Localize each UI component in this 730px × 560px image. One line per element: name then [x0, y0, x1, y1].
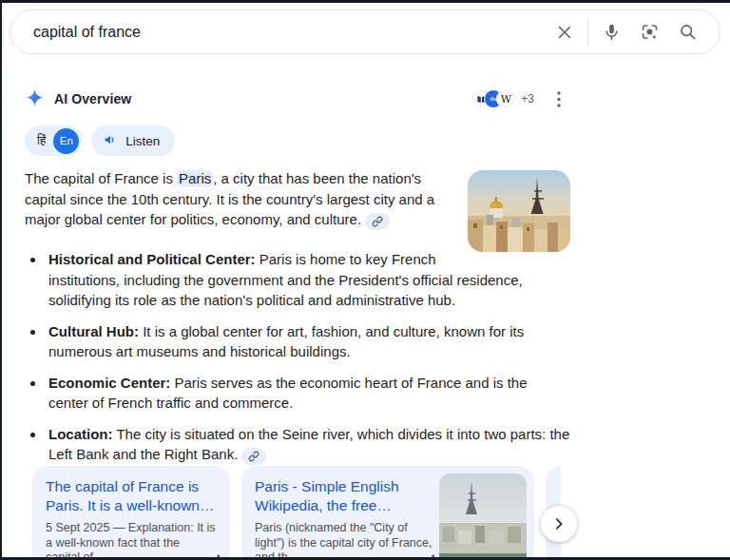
card-snippet: 5 Sept 2025 — Explanation: It is a well-…: [46, 521, 217, 560]
search-input[interactable]: [33, 24, 546, 41]
speaker-icon: [103, 132, 118, 150]
search-divider: [587, 20, 588, 45]
overview-body: The capital of France is Paris, a city t…: [25, 168, 570, 465]
ai-overview-title: AI Overview: [54, 91, 131, 106]
source-cards-carousel: The capital of France is Paris. It is a …: [32, 466, 561, 560]
lens-camera-icon[interactable]: [630, 13, 668, 51]
carousel-next-button[interactable]: [541, 506, 577, 542]
paris-skyline-image[interactable]: [468, 170, 570, 252]
source-favicons[interactable]: ilo W +3: [471, 89, 534, 108]
wikipedia-source-favicon: W: [496, 89, 515, 108]
source-card-2[interactable]: Paris - Simple English Wikipedia, the fr…: [241, 466, 534, 560]
card-title[interactable]: Paris - Simple English Wikipedia, the fr…: [255, 477, 433, 515]
listen-button[interactable]: Listen: [91, 126, 175, 156]
language-toggle[interactable]: हिं En: [25, 126, 82, 156]
card-thumbnail-paris: [439, 473, 527, 560]
ai-overview-panel: AI Overview ilo W +3 हिं En: [25, 82, 570, 475]
window-frame-left: [0, 0, 2, 560]
search-bar[interactable]: [10, 10, 720, 54]
bullet-historical-political: Historical and Political Center: Paris i…: [46, 249, 570, 311]
citation-link-icon[interactable]: [365, 213, 390, 230]
citation-link-icon[interactable]: [241, 448, 266, 465]
bullet-economic-center: Economic Center: Paris serves as the eco…: [46, 373, 570, 414]
more-sources-count: +3: [521, 92, 534, 106]
language-option-hindi[interactable]: हिं: [37, 133, 46, 148]
card-snippet: Paris (nicknamed the "City of light") is…: [255, 521, 433, 560]
overview-menu-kebab-icon[interactable]: [548, 87, 570, 110]
microphone-icon[interactable]: [592, 13, 630, 51]
overview-bullet-list: Historical and Political Center: Paris i…: [46, 249, 570, 465]
paris-highlight[interactable]: Paris: [177, 170, 213, 186]
listen-label: Listen: [125, 134, 160, 148]
clear-search-icon[interactable]: [546, 13, 584, 51]
bullet-location: Location: The city is situated on the Se…: [46, 424, 570, 466]
bullet-cultural-hub: Cultural Hub: It is a global center for …: [46, 321, 570, 362]
search-submit-icon[interactable]: [668, 13, 706, 51]
source-card-1[interactable]: The capital of France is Paris. It is a …: [32, 466, 230, 560]
window-frame-top: [0, 0, 730, 3]
language-option-english[interactable]: En: [53, 128, 79, 154]
ai-sparkle-icon: [25, 87, 45, 111]
card-title[interactable]: The capital of France is Paris. It is a …: [46, 477, 217, 515]
